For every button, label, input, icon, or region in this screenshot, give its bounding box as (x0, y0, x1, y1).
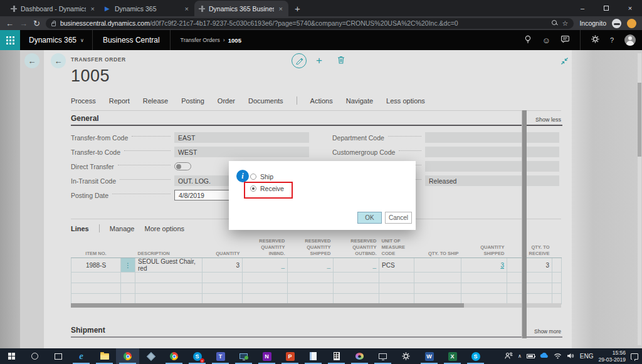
col-qty-to-ship[interactable]: QTY. TO SHIP (414, 237, 461, 258)
col-uom[interactable]: UNIT OF MEASURE CODE (379, 237, 414, 258)
transfer-to-code-field[interactable]: WEST (174, 147, 309, 157)
menu-posting[interactable]: Posting (181, 97, 204, 105)
new-plus-button[interactable]: + (316, 55, 322, 67)
clock[interactable]: 15:56 29-03-2019 (599, 350, 626, 363)
word-icon[interactable]: W (418, 348, 441, 364)
feedback-bubble-icon[interactable] (561, 34, 569, 46)
paint-icon[interactable] (348, 348, 371, 364)
skype-icon[interactable]: S (464, 348, 487, 364)
page-scrollbar[interactable] (638, 53, 641, 345)
manage-tab[interactable]: Manage (110, 225, 135, 232)
menu-process[interactable]: Process (71, 97, 96, 105)
lines-tab[interactable]: Lines (71, 225, 89, 232)
col-quantity[interactable]: QUANTITY (203, 237, 243, 258)
transfer-from-code-field[interactable]: EAST (174, 132, 309, 143)
product-switcher[interactable]: Dynamics 365 ∨ (29, 36, 84, 44)
more-options-tab[interactable]: More options (145, 225, 185, 232)
cell-reserved-shipped[interactable]: _ (288, 258, 334, 273)
cell-uom[interactable]: PCS (379, 258, 414, 273)
back-icon[interactable]: ← (6, 19, 14, 28)
delete-trash-button[interactable] (337, 55, 345, 66)
smiley-feedback-icon[interactable]: ☺ (542, 36, 550, 45)
cell-qty-to-receive[interactable]: 3 (507, 258, 552, 273)
settings-gear-icon[interactable] (394, 348, 418, 364)
onedrive-cloud-icon[interactable] (540, 353, 549, 360)
row-handle-dots-icon[interactable]: ⋮ (121, 258, 135, 273)
tab-business-central-active[interactable]: Dynamics 365 Business Central - × (194, 1, 288, 16)
edge-icon[interactable]: e (70, 348, 93, 364)
notepad-icon[interactable] (302, 348, 325, 364)
menu-less-options[interactable]: Less options (386, 97, 425, 105)
idea-lightbulb-icon[interactable] (524, 34, 532, 46)
general-section-heading[interactable]: General (71, 114, 99, 123)
cell-qty-shipped-link[interactable]: 3 (461, 258, 507, 273)
menu-report[interactable]: Report (109, 97, 130, 105)
direct-transfer-toggle[interactable] (174, 162, 191, 170)
table-row[interactable]: 1988-S ⋮ SEOUL Guest Chair, red 3 _ _ _ … (71, 258, 562, 273)
profile-avatar[interactable] (627, 19, 636, 28)
minimize-icon[interactable]: – (571, 0, 594, 16)
settings-gear-icon[interactable] (591, 34, 599, 46)
chrome-icon[interactable] (162, 348, 186, 364)
ship-radio-label[interactable]: Ship (260, 173, 273, 180)
tray-expand-caret-icon[interactable]: ∧ (518, 353, 522, 359)
menu-order[interactable]: Order (218, 97, 235, 105)
col-item-no[interactable]: ITEM NO. (71, 237, 121, 258)
col-qty-to-receive[interactable]: QTY. TO RECEIVE (507, 237, 552, 258)
col-reserved-outbnd[interactable]: RESERVED QUANTITY OUTBND. (334, 237, 379, 258)
teams-icon[interactable]: T (209, 348, 232, 364)
scrollbar-thumb[interactable] (71, 303, 464, 308)
start-button[interactable] (0, 348, 23, 364)
task-view-icon[interactable] (46, 348, 70, 364)
shipment-section-heading[interactable]: Shipment (71, 326, 105, 335)
calculator-icon[interactable] (325, 348, 348, 364)
battery-icon[interactable] (527, 354, 535, 358)
breadcrumb-root[interactable]: Transfer Orders (181, 37, 220, 43)
menu-documents[interactable]: Documents (248, 97, 283, 105)
cell-reserved-inbnd[interactable]: _ (243, 258, 288, 273)
close-icon[interactable]: × (618, 0, 642, 16)
excel-icon[interactable]: X (441, 348, 464, 364)
department-code-field[interactable] (425, 132, 559, 143)
tab-close-icon[interactable]: × (90, 5, 96, 13)
remote-desktop-icon[interactable] (232, 348, 255, 364)
bookmark-star-icon[interactable]: ☆ (562, 19, 569, 28)
new-tab-button[interactable]: + (295, 3, 300, 14)
tab-dashboard[interactable]: Dashboard - Dynamics 365 Busin × (6, 1, 100, 16)
wifi-icon[interactable] (554, 353, 562, 360)
menu-actions[interactable]: Actions (310, 97, 333, 105)
table-row-empty[interactable] (71, 273, 562, 283)
cell-item-no[interactable]: 1988-S (71, 258, 121, 273)
back-arrow-button-outer[interactable]: ← (24, 53, 39, 68)
connect-display-icon[interactable] (371, 348, 394, 364)
show-more-link[interactable]: Show more (510, 328, 561, 335)
designer-app-icon[interactable] (139, 348, 162, 364)
cell-description[interactable]: SEOUL Guest Chair, red (135, 258, 203, 273)
customergroup-code-field[interactable] (425, 147, 559, 157)
maximize-icon[interactable] (594, 0, 618, 16)
help-icon[interactable]: ? (610, 36, 614, 44)
url-text[interactable]: businesscentral.dynamics.com/d0f7c9f2-21… (60, 19, 547, 27)
tab-close-icon[interactable]: × (184, 5, 190, 13)
skype-notification-icon[interactable]: S× (186, 348, 209, 364)
ship-radio[interactable] (250, 174, 256, 180)
show-less-link[interactable]: Show less (510, 117, 561, 123)
forward-icon[interactable]: → (19, 19, 28, 28)
collapse-diagonal-icon[interactable] (560, 56, 569, 68)
cancel-button[interactable]: Cancel (385, 212, 412, 224)
service-name[interactable]: Business Central (93, 36, 170, 44)
reload-icon[interactable]: ↻ (33, 19, 40, 28)
tab-dynamics365[interactable]: ▶ Dynamics 365 × (100, 1, 194, 16)
col-reserved-inbnd[interactable]: RESERVED QUANTITY INBND. (243, 237, 288, 258)
search-icon[interactable] (552, 20, 558, 26)
app-launcher-waffle-icon[interactable] (0, 30, 20, 50)
file-explorer-icon[interactable] (93, 348, 116, 364)
volume-speaker-icon[interactable] (567, 353, 575, 360)
people-icon[interactable] (505, 352, 513, 360)
ok-button[interactable]: OK (357, 212, 382, 224)
cell-quantity[interactable]: 3 (203, 258, 243, 273)
menu-release[interactable]: Release (143, 97, 168, 105)
cell-reserved-outbnd[interactable]: _ (334, 258, 379, 273)
onenote-icon[interactable]: N (255, 348, 278, 364)
card-vertical-scrollbar[interactable] (522, 110, 527, 338)
